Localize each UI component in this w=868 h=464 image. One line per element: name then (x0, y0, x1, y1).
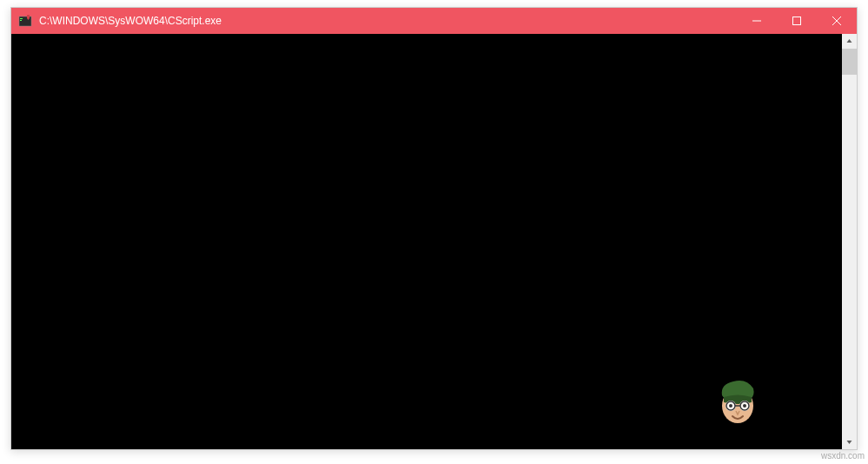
maximize-button[interactable] (777, 8, 817, 34)
svg-rect-4 (793, 17, 801, 25)
app-icon (18, 14, 32, 28)
scroll-track[interactable] (842, 49, 857, 434)
application-window: C:\WINDOWS\SysWOW64\CScript.exe (10, 7, 858, 450)
minimize-button[interactable] (737, 8, 777, 34)
scroll-up-button[interactable] (842, 34, 857, 49)
avatar-watermark-icon (712, 371, 764, 428)
window-title: C:\WINDOWS\SysWOW64\CScript.exe (39, 15, 737, 27)
svg-rect-1 (20, 18, 23, 19)
svg-point-14 (743, 404, 746, 408)
scroll-down-button[interactable] (842, 434, 857, 449)
page-watermark: wsxdn.com (821, 451, 865, 461)
vertical-scrollbar[interactable] (842, 34, 857, 449)
svg-point-13 (729, 404, 732, 408)
close-button[interactable] (817, 8, 857, 34)
scroll-thumb[interactable] (842, 49, 857, 75)
client-area (11, 34, 857, 449)
titlebar[interactable]: C:\WINDOWS\SysWOW64\CScript.exe (11, 8, 857, 34)
svg-rect-2 (20, 20, 22, 21)
console-output[interactable] (11, 34, 842, 449)
window-controls (737, 8, 857, 34)
